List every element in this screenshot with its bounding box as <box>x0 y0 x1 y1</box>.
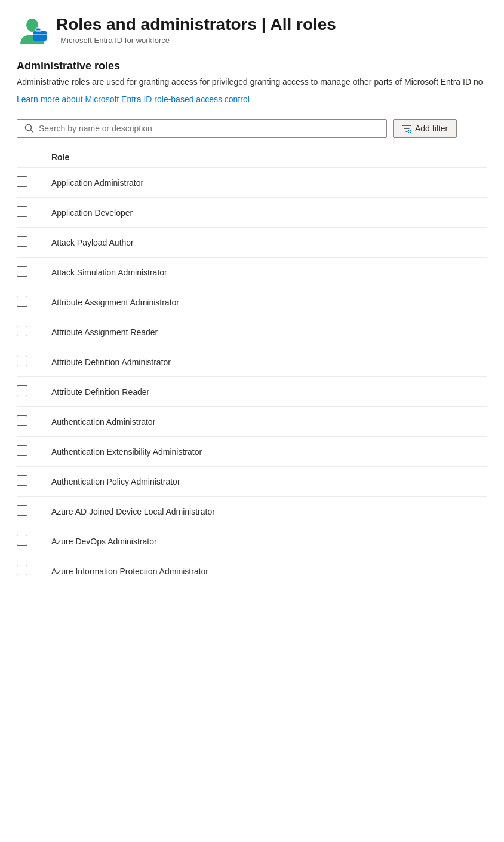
checkbox-cell <box>17 497 47 526</box>
checkbox-cell <box>17 556 47 586</box>
page-header: Roles and administrators | All roles · M… <box>17 14 487 48</box>
role-name: Attack Simulation Administrator <box>47 258 487 287</box>
role-checkbox-9[interactable] <box>17 445 27 456</box>
role-name: Azure Information Protection Administrat… <box>47 556 487 586</box>
checkbox-cell <box>17 437 47 467</box>
role-name: Authentication Administrator <box>47 407 487 437</box>
svg-rect-1 <box>33 31 47 41</box>
table-row: Attribute Assignment Reader <box>17 317 487 347</box>
role-checkbox-4[interactable] <box>17 296 27 307</box>
table-row: Attribute Definition Administrator <box>17 347 487 377</box>
role-name: Azure DevOps Administrator <box>47 526 487 556</box>
role-name: Attribute Definition Administrator <box>47 347 487 377</box>
table-header-row: Role <box>17 148 487 167</box>
role-checkbox-0[interactable] <box>17 176 27 187</box>
add-filter-label: Add filter <box>415 124 448 133</box>
table-row: Application Administrator <box>17 167 487 198</box>
table-row: Attribute Definition Reader <box>17 377 487 407</box>
description-section: Administrative roles Administrative role… <box>17 60 487 105</box>
role-checkbox-11[interactable] <box>17 505 27 516</box>
role-name: Attribute Definition Reader <box>47 377 487 407</box>
search-input[interactable] <box>39 124 379 133</box>
search-icon <box>24 124 34 133</box>
table-row: Authentication Administrator <box>17 407 487 437</box>
role-checkbox-6[interactable] <box>17 356 27 366</box>
header-checkbox-col <box>17 148 47 167</box>
svg-rect-2 <box>33 34 47 35</box>
checkbox-cell <box>17 167 47 198</box>
search-wrapper[interactable] <box>17 119 387 138</box>
section-body: Administrative roles are used for granti… <box>17 76 487 88</box>
header-text-block: Roles and administrators | All roles · M… <box>56 14 336 45</box>
page-subtitle: · Microsoft Entra ID for workforce <box>56 36 336 45</box>
checkbox-cell <box>17 347 47 377</box>
checkbox-cell <box>17 228 47 258</box>
checkbox-cell <box>17 317 47 347</box>
add-filter-icon <box>402 124 411 133</box>
role-checkbox-1[interactable] <box>17 206 27 217</box>
role-checkbox-3[interactable] <box>17 266 27 277</box>
table-row: Azure AD Joined Device Local Administrat… <box>17 497 487 526</box>
svg-line-4 <box>31 130 33 133</box>
table-row: Authentication Policy Administrator <box>17 467 487 497</box>
table-row: Application Developer <box>17 198 487 228</box>
learn-more-link[interactable]: Learn more about Microsoft Entra ID role… <box>17 94 250 104</box>
role-checkbox-12[interactable] <box>17 535 27 546</box>
page-title: Roles and administrators | All roles <box>56 14 336 35</box>
table-row: Attack Payload Author <box>17 228 487 258</box>
role-checkbox-13[interactable] <box>17 565 27 575</box>
role-name: Attribute Assignment Reader <box>47 317 487 347</box>
checkbox-cell <box>17 526 47 556</box>
checkbox-cell <box>17 377 47 407</box>
table-row: Azure Information Protection Administrat… <box>17 556 487 586</box>
role-name: Azure AD Joined Device Local Administrat… <box>47 497 487 526</box>
role-name: Authentication Policy Administrator <box>47 467 487 497</box>
role-column-header: Role <box>47 148 487 167</box>
role-checkbox-2[interactable] <box>17 236 27 247</box>
add-filter-button[interactable]: Add filter <box>393 119 457 138</box>
role-checkbox-8[interactable] <box>17 415 27 426</box>
role-name: Application Administrator <box>47 167 487 198</box>
checkbox-cell <box>17 198 47 228</box>
role-checkbox-7[interactable] <box>17 385 27 396</box>
avatar <box>17 14 48 48</box>
role-name: Attack Payload Author <box>47 228 487 258</box>
role-checkbox-10[interactable] <box>17 475 27 486</box>
roles-table: Role Application AdministratorApplicatio… <box>17 148 487 586</box>
role-checkbox-5[interactable] <box>17 326 27 336</box>
role-name: Authentication Extensibility Administrat… <box>47 437 487 467</box>
table-row: Attack Simulation Administrator <box>17 258 487 287</box>
checkbox-cell <box>17 407 47 437</box>
section-heading: Administrative roles <box>17 60 487 72</box>
checkbox-cell <box>17 258 47 287</box>
table-row: Authentication Extensibility Administrat… <box>17 437 487 467</box>
role-name: Attribute Assignment Administrator <box>47 287 487 317</box>
checkbox-cell <box>17 467 47 497</box>
toolbar: Add filter <box>17 119 487 138</box>
role-name: Application Developer <box>47 198 487 228</box>
table-row: Attribute Assignment Administrator <box>17 287 487 317</box>
table-row: Azure DevOps Administrator <box>17 526 487 556</box>
checkbox-cell <box>17 287 47 317</box>
